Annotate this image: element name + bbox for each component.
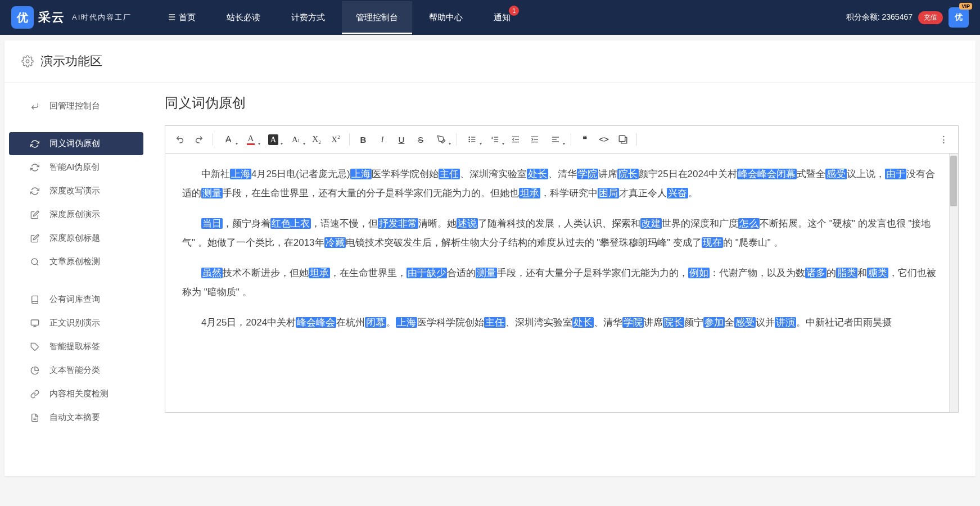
svg-line-2	[37, 264, 38, 265]
nav-link-4[interactable]: 帮助中心	[415, 1, 477, 34]
text-segment: 全	[725, 317, 734, 328]
text-segment: 在杭州	[336, 317, 365, 328]
highlighted-text: 感受	[825, 169, 847, 179]
sidebar-item-label: 文本智能分类	[49, 365, 100, 376]
sidebar-item-2-1[interactable]: 正文识别演示	[9, 311, 143, 335]
text-segment: 才真正令人	[619, 188, 667, 198]
underline-button[interactable]: U	[392, 130, 410, 148]
sidebar-item-2-3[interactable]: 文本智能分类	[9, 359, 143, 382]
highlighted-text: 坦承	[519, 188, 540, 198]
sidebar-item-1-4[interactable]: 深度原创标题	[9, 227, 143, 250]
editor-toolbar: A̶▾ A▾ A▾ AI▾ X2 X2 B I U S ▾ ▾	[165, 126, 958, 153]
vip-badge: VIP	[959, 3, 972, 10]
text-segment: 4月25日，2024中关村	[201, 317, 296, 328]
highlighted-text: 冷藏	[324, 237, 346, 248]
clear-format-button[interactable]: A̶▾	[218, 130, 239, 148]
pie-icon	[30, 366, 39, 375]
sidebar-item-label: 回管理控制台	[49, 101, 100, 111]
sidebar-item-1-1[interactable]: 智能AI伪原创	[9, 156, 143, 179]
nav-link-2[interactable]: 计费方式	[277, 1, 339, 34]
content-area: 同义词伪原创 A̶▾ A▾ A▾ AI▾ X2 X2 B	[148, 83, 976, 476]
text-segment: ，颜宁身着	[223, 218, 270, 229]
text-segment: 。	[688, 188, 698, 198]
italic-button[interactable]: I	[373, 130, 391, 148]
nav-link-5[interactable]: 通知1	[480, 1, 525, 34]
align-button[interactable]: ▾	[545, 130, 566, 148]
text-segment: 清晰。她	[418, 218, 457, 229]
editor-content[interactable]: 中新社上海4月25日电(记者庞无忌)上海医学科学院创始主任、深圳湾实验室处长、清…	[165, 153, 958, 412]
strikethrough-button[interactable]: S	[412, 130, 430, 148]
logo[interactable]: 优 采云 AI时代内容工厂	[11, 6, 132, 29]
text-highlight-button[interactable]: ▾	[431, 130, 452, 148]
highlighted-text: 诸多	[805, 268, 827, 278]
refresh-icon	[30, 163, 39, 172]
text-segment: 技术不断进步，但她	[223, 268, 309, 278]
font-size-button[interactable]: AI▾	[285, 130, 306, 148]
text-segment: ，科学研究中	[540, 188, 598, 198]
highlighted-text: 怎么	[738, 218, 760, 229]
sidebar-item-2-5[interactable]: 自动文本摘要	[9, 406, 143, 429]
text-segment: 医学科学院创始	[372, 169, 439, 179]
superscript-button[interactable]: X2	[327, 130, 345, 148]
sidebar-item-label: 深度原创标题	[49, 233, 100, 243]
reply-icon	[30, 102, 39, 111]
link-icon	[30, 390, 39, 399]
highlight-color-button[interactable]: A▾	[263, 130, 284, 148]
search-icon	[30, 257, 39, 266]
text-segment: 、清华	[594, 317, 622, 328]
highlighted-text: 测量	[476, 268, 497, 278]
gear-icon	[21, 55, 34, 67]
text-segment: 的	[827, 268, 836, 278]
font-color-button[interactable]: A▾	[240, 130, 261, 148]
undo-button[interactable]	[171, 130, 189, 148]
nav-link-0[interactable]: ☰首页	[154, 1, 210, 34]
highlighted-text: 处长	[527, 169, 548, 179]
numbered-list-button[interactable]: ▾	[484, 130, 505, 148]
sidebar-item-2-0[interactable]: 公有词库查询	[9, 288, 143, 311]
sidebar-item-2-4[interactable]: 内容相关度检测	[9, 382, 143, 405]
sidebar-item-1-2[interactable]: 深度改写演示	[9, 179, 143, 202]
text-segment: 手段，在生命世界里，还有大量的分子是科学家们无能为力的。但她也	[223, 188, 519, 198]
highlighted-text: 院长	[617, 169, 639, 179]
svg-point-12	[469, 137, 469, 137]
more-button[interactable]: ⋮	[934, 130, 952, 148]
sidebar-item-1-3[interactable]: 深度原创演示	[9, 203, 143, 226]
sidebar-item-1-5[interactable]: 文章原创检测	[9, 250, 143, 273]
redo-button[interactable]	[190, 130, 208, 148]
text-segment: 合适的	[447, 268, 476, 278]
doc-icon	[30, 413, 39, 422]
nav-link-3[interactable]: 管理控制台	[342, 1, 412, 34]
page-header: 演示功能区	[4, 40, 976, 83]
user-avatar[interactable]: VIP 优	[949, 7, 969, 28]
recharge-button[interactable]: 充值	[918, 11, 943, 24]
highlighted-text: 讲演	[775, 317, 796, 328]
code-button[interactable]: <>	[595, 130, 613, 148]
highlighted-text: 参加	[703, 317, 725, 328]
sidebar-item-0-0[interactable]: 回管理控制台	[9, 94, 143, 118]
bold-button[interactable]: B	[354, 130, 372, 148]
text-segment: 4月25日电(记者庞无忌)	[251, 169, 350, 179]
nav-link-label: 通知	[494, 12, 511, 23]
text-segment: 、深圳湾实验室	[505, 317, 572, 328]
highlighted-text: 测量	[201, 188, 223, 198]
sidebar-separator	[4, 118, 148, 132]
outdent-button[interactable]	[507, 130, 525, 148]
sidebar-item-1-0[interactable]: 同义词伪原创	[9, 132, 143, 155]
scrollbar[interactable]	[949, 153, 958, 412]
bullet-list-button[interactable]: ▾	[462, 130, 483, 148]
scrollbar-thumb[interactable]	[950, 156, 957, 206]
indent-button[interactable]	[526, 130, 544, 148]
points-label: 积分余额: 2365467	[846, 12, 913, 22]
logo-subtitle: AI时代内容工厂	[72, 12, 132, 22]
svg-rect-3	[31, 320, 38, 325]
text-segment: 和	[857, 268, 867, 278]
nav-link-label: 计费方式	[291, 12, 325, 23]
blockquote-button[interactable]: ❝	[576, 130, 594, 148]
paragraph-1: 当日，颜宁身着红色上衣，语速不慢，但抒发非常清晰。她述说了随着科技的发展，人类认…	[182, 214, 941, 252]
sidebar-item-2-2[interactable]: 智能提取标签	[9, 335, 143, 358]
source-button[interactable]	[614, 130, 632, 148]
subscript-button[interactable]: X2	[308, 130, 326, 148]
nav-link-1[interactable]: 站长必读	[213, 1, 274, 34]
text-segment: 讲席	[598, 169, 617, 179]
sidebar-item-label: 自动文本摘要	[49, 412, 100, 423]
